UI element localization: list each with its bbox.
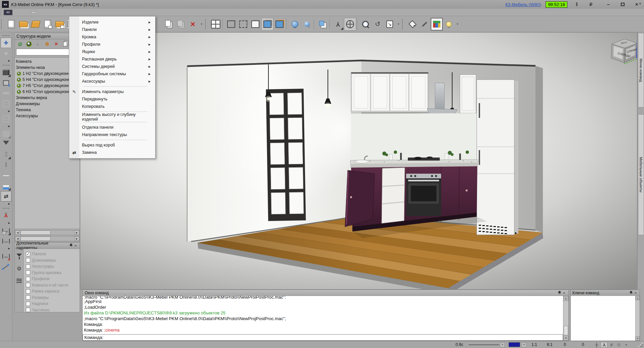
line-style-combo[interactable]: ▼	[469, 342, 505, 347]
add-panel-tool[interactable]	[1, 78, 11, 88]
dimension-linear-tool[interactable]: ↔	[1, 236, 11, 246]
menu-construction[interactable]	[31, 11, 36, 13]
flyout-arrow[interactable]: ▶	[1, 246, 11, 251]
axes-icon[interactable]: Y	[601, 342, 607, 348]
edge-ruler-tool[interactable]	[1, 181, 11, 191]
scroll-down-icon[interactable]: ▼	[636, 336, 640, 341]
menu-item-izmenit-parametry[interactable]: ✎ Изменить параметры	[69, 88, 155, 95]
dropdown-arrow-icon[interactable]: ▼	[521, 342, 526, 347]
room-tool[interactable]	[1, 67, 11, 78]
menu-k3[interactable]	[50, 11, 55, 13]
menu-item-raspashnaya-dver[interactable]: Распашная дверь ▶	[69, 55, 155, 63]
menu-item-paneli[interactable]: Панели ▶	[69, 26, 155, 33]
menu-files[interactable]	[17, 11, 22, 13]
close-icon[interactable]: ×	[73, 244, 78, 248]
menu-item-otdelka-paneli[interactable]: Отделка панели	[69, 124, 155, 131]
menu-help[interactable]	[59, 11, 64, 13]
bring-forward-button[interactable]	[316, 18, 329, 31]
filter-icon[interactable]	[16, 253, 23, 260]
chk-profili[interactable]: Профили	[26, 276, 80, 282]
eyedropper-button[interactable]	[419, 18, 431, 31]
structure-search-input[interactable]	[16, 49, 72, 55]
checkbox[interactable]: ✓	[26, 252, 30, 256]
chk-razmery[interactable]: Размеры	[26, 295, 80, 301]
menu-service[interactable]	[45, 11, 50, 13]
wiki-link[interactable]: К3-Мебель (WIKI)	[505, 2, 541, 7]
menu-item-garderobnye-sistemy[interactable]: Гардеробные системы ▶	[69, 70, 155, 78]
polyline-tool[interactable]	[1, 261, 11, 272]
currency-button[interactable]: ₽	[586, 2, 596, 7]
pin-icon[interactable]	[629, 291, 633, 295]
close-icon[interactable]: ×	[633, 291, 638, 295]
tree-hscrollbar-2[interactable]: ◀ ▶	[15, 236, 80, 241]
params-panel-header[interactable]: Дополнительные параметры ×	[15, 243, 80, 249]
line-tool[interactable]	[1, 170, 11, 181]
scroll-thumb[interactable]	[20, 230, 50, 235]
chk-paneli[interactable]: ✓Панели	[26, 251, 80, 257]
orbit-view-button[interactable]	[289, 18, 301, 31]
save-all-button[interactable]	[54, 18, 66, 31]
checkbox[interactable]	[26, 308, 30, 312]
dropdown-arrow-icon[interactable]: ▼	[623, 342, 630, 348]
chk-ramka-karkasa[interactable]: Рамка каркаса	[26, 288, 80, 295]
sliders-icon[interactable]	[16, 277, 23, 284]
new-document-button[interactable]	[5, 18, 17, 31]
viewport-3d[interactable]: СПЕРЕДИ СПРАВА ВЕРХ	[80, 32, 637, 290]
scroll-right-icon[interactable]: ▶	[74, 236, 79, 241]
menu-item-sistemy-dverej[interactable]: Системы дверей ▶	[69, 63, 155, 70]
flyout-arrow[interactable]: ▶	[1, 221, 11, 225]
delete-icon[interactable]: ×	[52, 40, 60, 48]
pause-button[interactable]: ‖	[572, 2, 582, 7]
flyout-arrow[interactable]: ▶	[1, 109, 11, 114]
tab-command-menu[interactable]: Меню команд	[638, 33, 644, 107]
color-swatch[interactable]	[509, 342, 520, 347]
menu-item-izmenit-vysotu-i-glubinu[interactable]: Изменить высоту и глубину изделий	[69, 113, 155, 121]
paint-bucket-button[interactable]	[406, 18, 419, 31]
snap-icon[interactable]: ┼	[593, 342, 600, 348]
kitchen-3d-scene[interactable]	[80, 33, 637, 290]
more-arrow[interactable]: ▼	[455, 18, 460, 31]
keys-vscrollbar[interactable]: ▲ ▼	[635, 296, 640, 341]
dropdown-arrow-icon[interactable]: ▼	[500, 342, 505, 347]
fit-view-button[interactable]: ↘	[384, 18, 396, 31]
chk-chastichno[interactable]: Частично	[26, 307, 80, 313]
textured-view-button[interactable]	[273, 18, 286, 31]
shaded-view-button[interactable]	[261, 18, 273, 31]
checkbox[interactable]	[26, 302, 30, 306]
close-icon[interactable]: ×	[562, 291, 566, 295]
wire-sphere-button[interactable]	[344, 18, 356, 31]
gear-icon[interactable]: ⚙	[16, 265, 23, 272]
scroll-left-icon[interactable]: ◀	[15, 230, 20, 235]
flyout-expander[interactable]: ▶	[1, 202, 11, 206]
checkbox[interactable]	[26, 289, 30, 294]
half-visibility-icon[interactable]: ◐	[34, 40, 42, 48]
chk-nadpisi[interactable]: Надписи	[26, 301, 80, 307]
checkbox[interactable]	[26, 258, 30, 262]
render-button[interactable]	[301, 18, 313, 31]
menu-item-kopirovat[interactable]: Копировать	[69, 103, 155, 110]
maximize-button[interactable]	[618, 2, 627, 7]
menu-item-profili[interactable]: Профили ▶	[69, 41, 155, 48]
wall-cabinet-tool-disabled[interactable]	[1, 114, 11, 124]
chk-dlinnomery[interactable]: Длинномеры	[26, 257, 80, 264]
more-arrow[interactable]: ▼	[199, 18, 204, 31]
checkbox[interactable]	[26, 264, 30, 269]
viewport-layout-button[interactable]	[210, 18, 222, 31]
screw-tool[interactable]	[1, 149, 11, 160]
checkbox[interactable]	[26, 277, 30, 281]
resize-grip[interactable]	[639, 343, 643, 347]
hide-all-icon[interactable]: Ø	[16, 40, 24, 48]
dimension-delete-tool[interactable]: ↔	[1, 251, 11, 261]
scroll-down-icon[interactable]: ▼	[563, 336, 568, 341]
scroll-thumb[interactable]	[20, 236, 50, 241]
menu-item-kromka[interactable]: Кромка ▶	[69, 33, 155, 41]
checkbox[interactable]	[26, 295, 30, 300]
move-node-tool[interactable]: +	[1, 38, 11, 48]
menu-reports-drawings[interactable]	[41, 11, 45, 13]
flyout-expander[interactable]: ▶	[1, 58, 11, 63]
checkbox[interactable]	[26, 270, 30, 275]
dimension-panel-tool[interactable]: ↔	[1, 225, 11, 236]
menu-tech-prep[interactable]	[36, 11, 41, 13]
chk-komnata[interactable]: Комната и её части	[26, 282, 80, 289]
menu-item-yashchiki[interactable]: Ящики ▶	[69, 48, 155, 55]
